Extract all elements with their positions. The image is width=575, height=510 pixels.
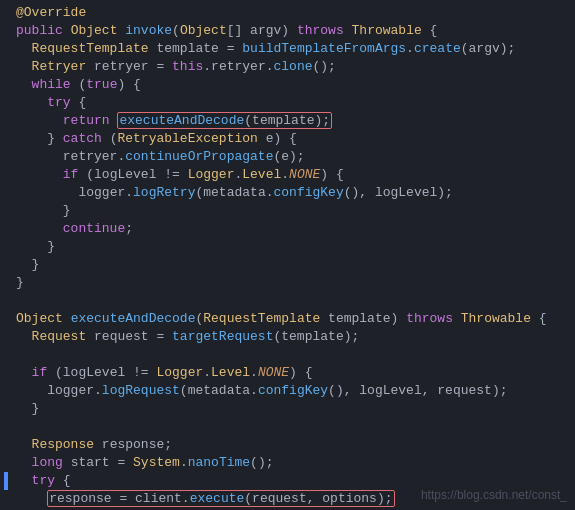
code-line: Response response; bbox=[0, 436, 575, 454]
line-content: @Override bbox=[8, 4, 575, 22]
code-line: Retryer retryer = this.retryer.clone(); bbox=[0, 58, 575, 76]
code-line: } bbox=[0, 202, 575, 220]
line-content: RequestTemplate template = buildTemplate… bbox=[8, 40, 575, 58]
line-content: } bbox=[8, 256, 575, 274]
line-content: } bbox=[8, 274, 575, 292]
line-content: Request request = targetRequest(template… bbox=[8, 328, 575, 346]
code-line: } catch (RetryableException e) { bbox=[0, 130, 575, 148]
line-content: public Object invoke(Object[] argv) thro… bbox=[8, 22, 575, 40]
code-line: } bbox=[0, 274, 575, 292]
code-line: while (true) { bbox=[0, 76, 575, 94]
code-line: Object executeAndDecode(RequestTemplate … bbox=[0, 310, 575, 328]
line-content: Object executeAndDecode(RequestTemplate … bbox=[8, 310, 575, 328]
line-content: continue; bbox=[8, 220, 575, 238]
line-content bbox=[8, 418, 575, 436]
code-line bbox=[0, 292, 575, 310]
line-content: } catch (RetryableException e) { bbox=[8, 130, 575, 148]
code-line: public Object invoke(Object[] argv) thro… bbox=[0, 22, 575, 40]
code-line: if (logLevel != Logger.Level.NONE) { bbox=[0, 364, 575, 382]
line-content: return executeAndDecode(template); bbox=[8, 112, 575, 130]
code-line: try { bbox=[0, 94, 575, 112]
line-content bbox=[8, 292, 575, 310]
code-line: return executeAndDecode(template); bbox=[0, 112, 575, 130]
code-line: } bbox=[0, 256, 575, 274]
line-content: logger.logRetry(metadata.configKey(), lo… bbox=[8, 184, 575, 202]
code-line: long start = System.nanoTime(); bbox=[0, 454, 575, 472]
code-editor: @Override public Object invoke(Object[] … bbox=[0, 0, 575, 510]
line-content: if (logLevel != Logger.Level.NONE) { bbox=[8, 166, 575, 184]
code-line: logger.logRetry(metadata.configKey(), lo… bbox=[0, 184, 575, 202]
line-content: } bbox=[8, 238, 575, 256]
line-content: Retryer retryer = this.retryer.clone(); bbox=[8, 58, 575, 76]
code-line: if (logLevel != Logger.Level.NONE) { bbox=[0, 166, 575, 184]
code-line: logger.logRequest(metadata.configKey(), … bbox=[0, 382, 575, 400]
watermark: https://blog.csdn.net/const_ bbox=[421, 488, 567, 502]
line-content: while (true) { bbox=[8, 76, 575, 94]
line-content: } bbox=[8, 202, 575, 220]
line-content: long start = System.nanoTime(); bbox=[8, 454, 575, 472]
code-line bbox=[0, 418, 575, 436]
line-content: } bbox=[8, 400, 575, 418]
line-content: logger.logRequest(metadata.configKey(), … bbox=[8, 382, 575, 400]
code-line: RequestTemplate template = buildTemplate… bbox=[0, 40, 575, 58]
code-line: continue; bbox=[0, 220, 575, 238]
code-line: } bbox=[0, 400, 575, 418]
line-content bbox=[8, 346, 575, 364]
code-line: retryer.continueOrPropagate(e); bbox=[0, 148, 575, 166]
line-content: Response response; bbox=[8, 436, 575, 454]
line-content: try { bbox=[8, 94, 575, 112]
line-content: retryer.continueOrPropagate(e); bbox=[8, 148, 575, 166]
code-line bbox=[0, 346, 575, 364]
code-line: Request request = targetRequest(template… bbox=[0, 328, 575, 346]
code-line: @Override bbox=[0, 4, 575, 22]
line-content: if (logLevel != Logger.Level.NONE) { bbox=[8, 364, 575, 382]
code-line: } bbox=[0, 238, 575, 256]
